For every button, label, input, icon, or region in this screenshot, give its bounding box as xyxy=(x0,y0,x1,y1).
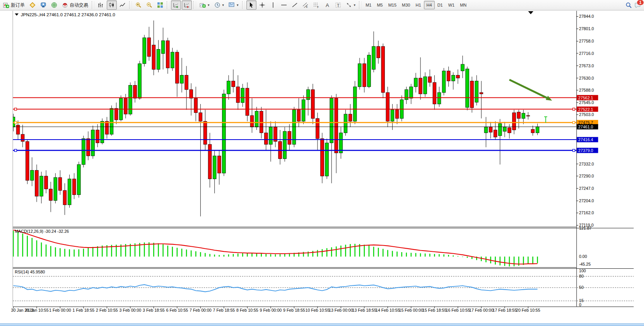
toolbar-separator xyxy=(242,1,245,9)
tf-m5[interactable]: M5 xyxy=(374,1,385,9)
tf-h1-label: H1 xyxy=(416,3,421,7)
hline-button[interactable] xyxy=(279,0,289,10)
svg-text:100: 100 xyxy=(579,268,586,273)
vline-button[interactable] xyxy=(268,0,278,10)
crosshair-button[interactable] xyxy=(257,0,267,10)
candle-body xyxy=(503,127,507,131)
candle-body xyxy=(232,81,235,87)
candle-body xyxy=(194,98,198,113)
candle-body xyxy=(428,77,432,82)
auto-scroll-button[interactable] xyxy=(171,0,181,10)
tile-windows-button[interactable] xyxy=(155,0,165,10)
autotrade-button[interactable]: 自动交易 xyxy=(60,0,90,10)
search-button[interactable] xyxy=(625,2,632,9)
candle-body xyxy=(176,52,179,83)
candle-body xyxy=(124,98,127,114)
svg-text:27758.0: 27758.0 xyxy=(579,39,594,43)
tf-mn[interactable]: MN xyxy=(457,1,469,9)
add-indicator-button[interactable]: ▾ xyxy=(198,0,212,10)
candle-body xyxy=(171,52,174,68)
svg-text:9 Feb 18:55: 9 Feb 18:55 xyxy=(283,308,305,312)
cursor-button[interactable] xyxy=(246,0,256,10)
tf-h1[interactable]: H1 xyxy=(413,1,424,9)
zoom-out-button[interactable] xyxy=(144,0,154,10)
line-handle[interactable] xyxy=(573,108,575,110)
text-a-icon: A xyxy=(324,2,330,8)
tf-m1[interactable]: M1 xyxy=(363,1,374,9)
candle-body xyxy=(77,164,80,195)
notification-badge: 1 xyxy=(637,0,644,5)
candle-body xyxy=(68,179,71,205)
line-chart-button[interactable] xyxy=(118,0,128,10)
periods-button[interactable]: ▾ xyxy=(212,0,226,10)
fibonacci-button[interactable]: F xyxy=(311,0,321,10)
zoom-in-button[interactable] xyxy=(133,0,143,10)
chevron-down-icon[interactable]: ▾ xyxy=(208,3,210,7)
chevron-down-icon[interactable]: ▾ xyxy=(237,3,239,7)
tf-m15[interactable]: M15 xyxy=(386,1,399,9)
candle-body xyxy=(433,82,436,104)
svg-text:31 Jan 10:55: 31 Jan 10:55 xyxy=(25,308,49,312)
line-handle[interactable] xyxy=(14,108,17,110)
autotrade-icon xyxy=(62,2,68,8)
tf-m30[interactable]: M30 xyxy=(399,1,413,9)
label-button[interactable]: T xyxy=(333,0,343,10)
terminal-button[interactable] xyxy=(38,0,48,10)
templates-button[interactable]: ▾ xyxy=(227,0,241,10)
svg-text:10 Feb 10:55: 10 Feb 10:55 xyxy=(306,308,330,312)
svg-text:27204.0: 27204.0 xyxy=(579,198,594,203)
channel-button[interactable]: E xyxy=(301,0,311,10)
tf-w1[interactable]: W1 xyxy=(446,1,458,9)
candle-body xyxy=(424,77,427,94)
svg-text:27461.0: 27461.0 xyxy=(578,125,593,129)
template-icon xyxy=(229,2,235,8)
line-handle[interactable] xyxy=(14,149,17,152)
label-t-icon: T xyxy=(335,2,341,8)
candle-body xyxy=(358,64,361,87)
chevron-down-icon[interactable]: ▾ xyxy=(354,3,356,7)
candle-body xyxy=(143,38,146,64)
candle-body xyxy=(325,143,329,176)
candle-body xyxy=(531,130,535,133)
terminal-icon xyxy=(40,2,46,8)
tf-m5-label: M5 xyxy=(377,3,383,7)
line-handle[interactable] xyxy=(573,121,575,124)
symbol-title: JPN225-,H4 27461.0 27461.2 27436.0 27461… xyxy=(21,12,115,17)
candle-body xyxy=(152,45,155,69)
candle-body xyxy=(54,178,57,201)
chevron-down-icon[interactable]: ▾ xyxy=(222,3,224,7)
line-handle[interactable] xyxy=(14,121,17,124)
notifications-button[interactable]: 1 xyxy=(634,2,641,9)
text-button[interactable]: A xyxy=(322,0,332,10)
chart-shift-button[interactable] xyxy=(182,0,192,10)
svg-text:15 Feb 18:55: 15 Feb 18:55 xyxy=(422,308,447,312)
svg-text:1 Feb 00:00: 1 Feb 00:00 xyxy=(49,308,71,312)
cursor-icon xyxy=(248,2,255,8)
candle-body xyxy=(180,75,184,83)
candle-body xyxy=(353,87,357,121)
arrows-tool-button[interactable]: ▾ xyxy=(344,0,358,10)
vline-icon xyxy=(270,2,276,8)
svg-text:8 Feb 10:55: 8 Feb 10:55 xyxy=(236,308,258,312)
new-order-button[interactable]: 新订单 xyxy=(1,0,27,10)
svg-text:27332.0: 27332.0 xyxy=(579,162,594,166)
candle-body xyxy=(442,71,446,92)
candle-body xyxy=(522,113,525,118)
tf-m30-label: M30 xyxy=(402,3,410,7)
signals-button[interactable] xyxy=(49,0,59,10)
new-chart-button[interactable] xyxy=(27,0,38,10)
svg-text:121.87: 121.87 xyxy=(579,226,592,230)
bar-chart-button[interactable] xyxy=(96,0,106,10)
svg-text:3 Feb 18:55: 3 Feb 18:55 xyxy=(143,308,165,312)
svg-text:0.00: 0.00 xyxy=(579,254,587,259)
tf-d1[interactable]: D1 xyxy=(435,1,446,9)
candle-body xyxy=(437,92,441,104)
line-handle[interactable] xyxy=(573,149,575,152)
tf-h4[interactable]: H4 xyxy=(424,1,435,9)
line-chart-icon xyxy=(120,2,126,8)
svg-text:14 Feb 10:55: 14 Feb 10:55 xyxy=(376,308,400,312)
candle-body xyxy=(157,49,160,69)
candle-chart-button[interactable] xyxy=(107,0,117,10)
trendline-button[interactable] xyxy=(290,0,300,10)
price-chart[interactable]: 27844.027801.027758.027716.027673.027630… xyxy=(0,10,644,326)
